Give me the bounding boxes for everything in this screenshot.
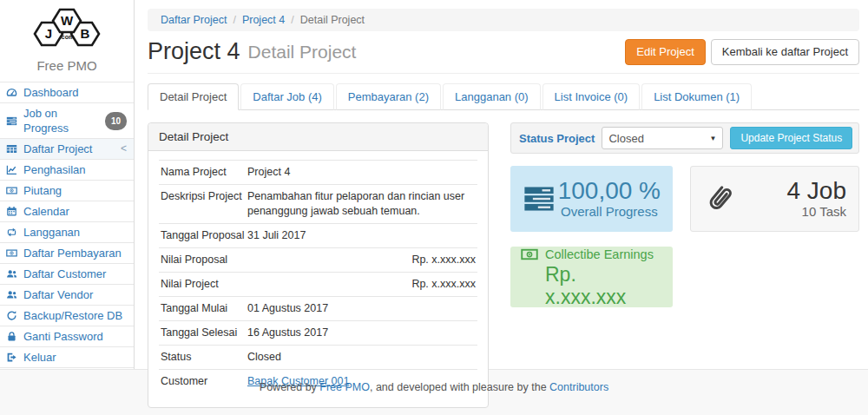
money-icon (6, 247, 18, 260)
edit-project-button[interactable]: Edit Project (625, 39, 705, 65)
dashboard-icon (6, 87, 18, 99)
calendar-icon (6, 206, 18, 218)
detail-row-deskripsi-project: Deskripsi ProjectPenambahan fitur pelapo… (159, 184, 477, 223)
tasks-icon (523, 182, 556, 215)
sidebar-item-label: Keluar (23, 350, 56, 365)
sidebar-item-label: Daftar Pembayaran (23, 246, 122, 260)
sidebar-item-daftar-customer[interactable]: Daftar Customer (0, 263, 134, 284)
detail-value: 16 Agustus 2017 (247, 326, 476, 340)
sidebar-item-langganan[interactable]: Langganan (0, 221, 134, 242)
right-column: Status Project Closed ▼ Update Project S… (510, 122, 859, 408)
detail-value: 31 Juli 2017 (247, 228, 476, 243)
tab-detail-project[interactable]: Detail Project (148, 83, 239, 110)
sidebar-item-label: Piutang (23, 183, 62, 198)
detail-value: 01 Agustus 2017 (247, 301, 476, 316)
breadcrumb: Daftar Project/Project 4/Detail Project (148, 9, 859, 31)
chevron-collapse-icon: < (121, 142, 127, 156)
sidebar-item-piutang[interactable]: Piutang (0, 180, 134, 201)
sidebar-item-daftar-pembayaran[interactable]: Daftar Pembayaran (0, 242, 134, 263)
sidebar-item-calendar[interactable]: Calendar (0, 201, 134, 221)
detail-label: Nama Project (161, 165, 247, 180)
progress-label: Overall Progress (558, 204, 661, 220)
tab-pembayaran-2[interactable]: Pembayaran (2) (336, 83, 441, 110)
sidebar-item-job-on-progress[interactable]: Job on Progress10 (0, 102, 134, 138)
sidebar-item-dashboard[interactable]: Dashboard (0, 82, 134, 102)
count-badge: 10 (105, 112, 127, 130)
sidebar-item-label: Langganan (23, 225, 80, 240)
update-status-button[interactable]: Update Project Status (730, 127, 852, 149)
sidebar-item-label: Calendar (23, 204, 69, 219)
detail-label: Tanggal Selesai (161, 326, 247, 340)
jobs-box: 4 Job 10 Task (690, 166, 859, 232)
footer-text: Powered by (260, 381, 319, 393)
tasks-value: 10 Task (787, 204, 847, 220)
footer-link-contributors[interactable]: Contributors (549, 381, 608, 393)
status-select[interactable]: Closed ▼ (602, 127, 723, 149)
logo-letter: W (61, 13, 74, 28)
sidebar-item-label: Ganti Password (23, 329, 103, 344)
users-icon (6, 268, 18, 280)
earnings-value: Rp. x.xxx.xxx (545, 263, 662, 308)
caret-down-icon: ▼ (710, 135, 717, 142)
sign-out-icon (6, 352, 18, 364)
detail-label: Tanggal Mulai (161, 301, 247, 316)
main-area: Daftar Project/Project 4/Detail Project … (135, 0, 868, 369)
app-window: J B W .com Free PMO DashboardJob on Prog… (0, 0, 868, 369)
detail-project-panel: Detail Project Nama ProjectProject 4Desk… (148, 122, 489, 408)
breadcrumb-item-daftar-project[interactable]: Daftar Project (161, 14, 227, 26)
sidebar-item-label: Dashboard (23, 85, 79, 100)
sidebar-item-ganti-password[interactable]: Ganti Password (0, 326, 134, 346)
sidebar: J B W .com Free PMO DashboardJob on Prog… (0, 0, 135, 369)
detail-row-nama-project: Nama ProjectProject 4 (159, 160, 477, 184)
users-icon (6, 289, 18, 301)
logo-letter: B (81, 26, 90, 41)
money-icon (521, 246, 538, 263)
detail-label: Nilai Project (161, 277, 247, 292)
detail-row-tanggal-proposal: Tanggal Proposal31 Juli 2017 (159, 223, 477, 247)
sidebar-nav: DashboardJob on Progress10Daftar Project… (0, 82, 134, 368)
status-project-bar: Status Project Closed ▼ Update Project S… (510, 122, 859, 154)
footer-link-free-pmo[interactable]: Free PMO (319, 381, 370, 393)
breadcrumb-item-detail-project: Detail Project (300, 14, 365, 26)
detail-row-nilai-proposal: Nilai ProposalRp. x.xxx.xxx (159, 247, 477, 272)
tab-list-dokumen-1[interactable]: List Dokumen (1) (641, 83, 752, 110)
sidebar-item-daftar-vendor[interactable]: Daftar Vendor (0, 284, 134, 305)
brand-name: Free PMO (0, 58, 134, 73)
status-project-label: Status Project (519, 132, 595, 145)
tab-list-invoice-0[interactable]: List Invoice (0) (542, 83, 641, 110)
detail-label: Customer (161, 374, 247, 389)
detail-row-tanggal-selesai: Tanggal Selesai16 Agustus 2017 (159, 320, 477, 345)
earnings-label: Collectibe Earnings (545, 247, 654, 261)
logo-letter: J (45, 26, 52, 41)
tab-bar: Detail ProjectDaftar Job (4)Pembayaran (… (148, 83, 859, 110)
progress-value: 100,00 % (558, 178, 661, 204)
footer-text: , and developed with pleasure by the (370, 381, 549, 393)
tab-langganan-0[interactable]: Langganan (0) (443, 83, 541, 110)
paperclip-icon (703, 182, 736, 215)
sidebar-item-keluar[interactable]: Keluar (0, 346, 134, 367)
detail-label: Tanggal Proposal (161, 228, 247, 243)
back-to-list-button[interactable]: Kembali ke daftar Project (711, 39, 859, 65)
lock-icon (6, 331, 18, 343)
sidebar-item-penghasilan[interactable]: Penghasilan (0, 159, 134, 180)
page-header: Project 4 Detail Project Edit Project Ke… (148, 38, 859, 74)
panel-title: Detail Project (148, 123, 488, 151)
logo: J B W .com Free PMO (0, 0, 134, 73)
breadcrumb-item-project-4[interactable]: Project 4 (242, 14, 285, 26)
sidebar-item-label: Penghasilan (23, 162, 86, 177)
detail-rows: Nama ProjectProject 4Deskripsi ProjectPe… (148, 151, 488, 407)
sidebar-item-label: Daftar Vendor (23, 287, 93, 302)
sidebar-item-backup-restore-db[interactable]: Backup/Restore DB (0, 305, 134, 326)
detail-value: Rp. x.xxx.xxx (247, 253, 476, 267)
breadcrumb-separator: / (291, 14, 293, 26)
tasks-icon (6, 115, 18, 127)
earnings-box: Collectibe Earnings Rp. x.xxx.xxx (510, 247, 673, 307)
logo-dotcom: .com (60, 34, 74, 40)
jobs-value: 4 Job (787, 178, 847, 204)
sidebar-item-daftar-project[interactable]: Daftar Project< (0, 138, 134, 159)
sidebar-item-label: Backup/Restore DB (23, 308, 122, 323)
detail-value: Penambahan fitur pelaporan dan rincian u… (247, 189, 476, 219)
tab-daftar-job-4[interactable]: Daftar Job (4) (240, 83, 333, 110)
status-select-value: Closed (608, 132, 643, 145)
detail-value: Rp. x.xxx.xxx (247, 277, 476, 292)
